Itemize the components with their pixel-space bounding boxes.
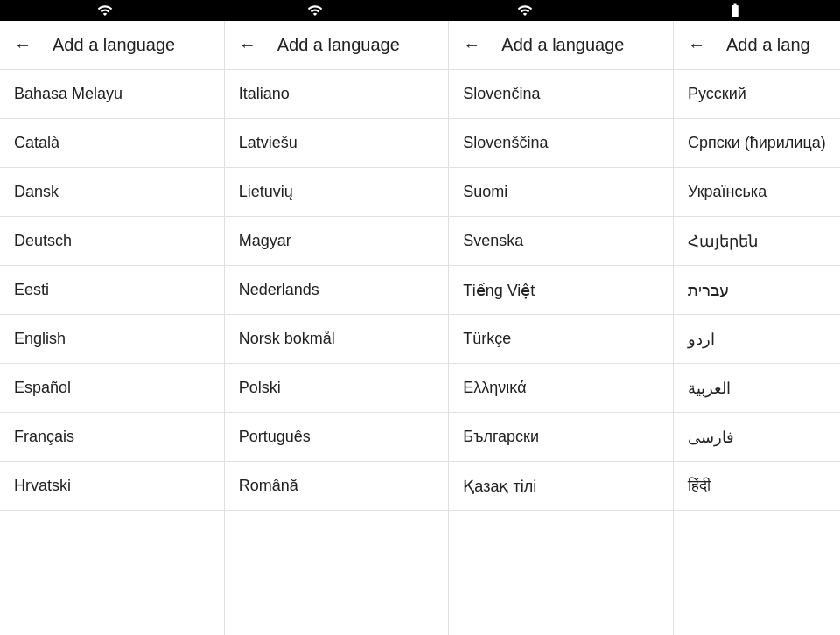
back-button-4[interactable]: ← [688, 35, 705, 55]
list-item[interactable]: Español [0, 364, 224, 413]
list-item[interactable]: اردو [674, 315, 840, 364]
signal-icon2 [305, 1, 325, 20]
language-list-1: Bahasa Melayu Català Dansk Deutsch Eesti… [0, 70, 224, 635]
list-item[interactable]: Magyar [225, 217, 449, 266]
list-item[interactable]: Türkçe [449, 315, 673, 364]
list-item[interactable]: हिंदी [674, 462, 840, 511]
column-1: ← Add a language Bahasa Melayu Català Da… [0, 21, 225, 635]
list-item[interactable]: Русский [674, 70, 840, 119]
screen: ← Add a language Bahasa Melayu Català Da… [0, 0, 840, 635]
language-list-3: Slovenčina Slovenščina Suomi Svenska Tiế… [449, 70, 673, 635]
list-item[interactable]: Română [225, 462, 449, 511]
list-item[interactable]: Italiano [225, 70, 449, 119]
back-button-2[interactable]: ← [239, 35, 256, 55]
battery-icon [725, 1, 745, 20]
header-4: ← Add a lang [674, 21, 840, 70]
header-3: ← Add a language [449, 21, 673, 70]
column-2: ← Add a language Italiano Latviešu Lietu… [225, 21, 450, 635]
list-item[interactable]: Српски (ћирилица) [674, 119, 840, 168]
list-item[interactable]: Slovenčina [449, 70, 673, 119]
columns-wrapper: ← Add a language Bahasa Melayu Català Da… [0, 21, 840, 635]
list-item[interactable]: עברית [674, 266, 840, 315]
header-title-2: Add a language [277, 35, 400, 55]
list-item[interactable]: فارسی [674, 413, 840, 462]
list-item[interactable]: Қазақ тілі [449, 462, 673, 511]
header-title-4: Add a lang [726, 35, 810, 55]
list-item[interactable]: Հայերեն [674, 217, 840, 266]
list-item[interactable]: Dansk [0, 168, 224, 217]
list-item[interactable]: Deutsch [0, 217, 224, 266]
list-item[interactable]: العربية [674, 364, 840, 413]
list-item[interactable]: Nederlands [225, 266, 449, 315]
list-item[interactable]: Suomi [449, 168, 673, 217]
list-item[interactable]: Українська [674, 168, 840, 217]
list-item[interactable]: Slovenščina [449, 119, 673, 168]
list-item[interactable]: Norsk bokmål [225, 315, 449, 364]
language-list-2: Italiano Latviešu Lietuvių Magyar Nederl… [225, 70, 449, 635]
status-bar [0, 0, 840, 21]
list-item[interactable]: Български [449, 413, 673, 462]
list-item[interactable]: Svenska [449, 217, 673, 266]
list-item[interactable]: Lietuvių [225, 168, 449, 217]
header-2: ← Add a language [225, 21, 449, 70]
list-item[interactable]: Hrvatski [0, 462, 224, 511]
list-item[interactable]: Tiếng Việt [449, 266, 673, 315]
header-title-1: Add a language [52, 35, 175, 55]
signal-icon [95, 1, 115, 20]
list-item[interactable]: English [0, 315, 224, 364]
language-list-4: Русский Српски (ћирилица) Українська Հայ… [674, 70, 840, 635]
list-item[interactable]: Ελληνικά [449, 364, 673, 413]
list-item[interactable]: Bahasa Melayu [0, 70, 224, 119]
list-item[interactable]: Português [225, 413, 449, 462]
list-item[interactable]: Latviešu [225, 119, 449, 168]
list-item[interactable]: Català [0, 119, 224, 168]
column-3: ← Add a language Slovenčina Slovenščina … [449, 21, 674, 635]
header-1: ← Add a language [0, 21, 224, 70]
list-item[interactable]: Polski [225, 364, 449, 413]
signal-icon3 [515, 1, 535, 20]
header-title-3: Add a language [501, 35, 624, 55]
column-4: ← Add a lang Русский Српски (ћирилица) У… [674, 21, 840, 635]
list-item[interactable]: Français [0, 413, 224, 462]
back-button-1[interactable]: ← [14, 35, 32, 55]
back-button-3[interactable]: ← [463, 35, 480, 55]
list-item[interactable]: Eesti [0, 266, 224, 315]
